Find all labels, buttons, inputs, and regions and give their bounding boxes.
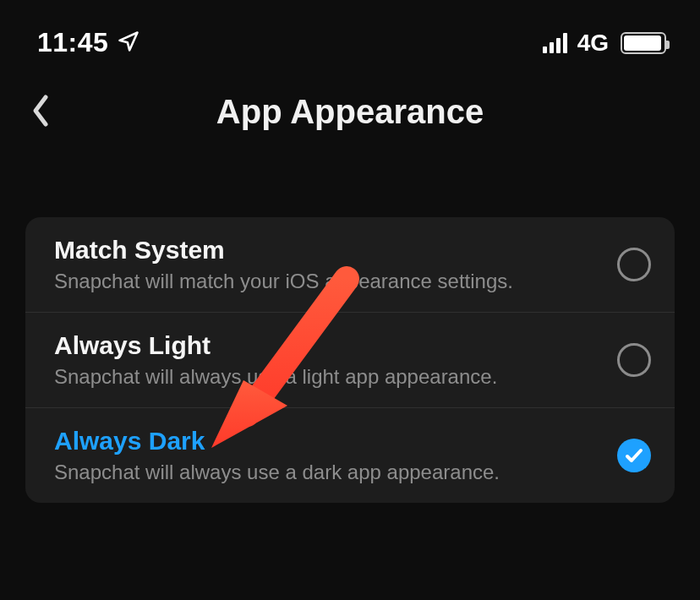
option-text: Always Dark Snapchat will always use a d… (54, 427, 617, 484)
back-button[interactable] (22, 93, 59, 130)
status-bar: 11:45 4G (0, 0, 700, 67)
page-title: App Appearance (216, 93, 484, 131)
option-always-light[interactable]: Always Light Snapchat will always use a … (25, 313, 675, 408)
signal-icon (543, 33, 567, 53)
option-title: Always Dark (54, 427, 617, 455)
appearance-options-list: Match System Snapchat will match your iO… (25, 217, 675, 503)
option-text: Always Light Snapchat will always use a … (54, 331, 617, 389)
option-title: Always Light (54, 331, 617, 360)
radio-unchecked-icon (617, 248, 651, 281)
location-icon (117, 30, 140, 57)
chevron-left-icon (30, 94, 51, 130)
radio-unchecked-icon (617, 343, 651, 377)
battery-icon (621, 32, 666, 54)
option-subtitle: Snapchat will match your iOS appearance … (54, 270, 617, 293)
option-subtitle: Snapchat will always use a dark app appe… (54, 461, 617, 484)
header: App Appearance (0, 74, 700, 150)
status-left: 11:45 (37, 27, 140, 58)
option-subtitle: Snapchat will always use a light app app… (54, 365, 617, 389)
network-label: 4G (577, 30, 609, 57)
option-title: Match System (54, 236, 617, 265)
status-right: 4G (543, 30, 666, 57)
radio-checked-icon (617, 439, 651, 472)
option-always-dark[interactable]: Always Dark Snapchat will always use a d… (25, 408, 675, 503)
option-text: Match System Snapchat will match your iO… (54, 236, 617, 293)
status-time: 11:45 (37, 27, 108, 58)
option-match-system[interactable]: Match System Snapchat will match your iO… (25, 217, 675, 313)
